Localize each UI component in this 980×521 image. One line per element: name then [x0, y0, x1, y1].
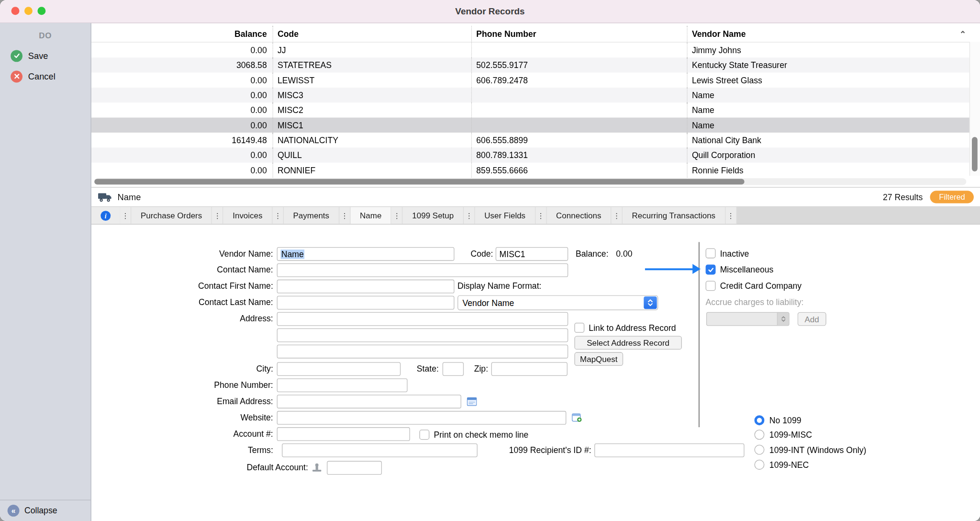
account-number-label: Account #:: [123, 427, 273, 441]
code-input[interactable]: [496, 247, 568, 261]
table-row[interactable]: 0.00 LEWISST 606.789.2478 Lewis Street G…: [91, 73, 970, 88]
save-label: Save: [28, 51, 48, 61]
credit-card-company-label: Credit Card Company: [720, 281, 802, 291]
city-input[interactable]: [277, 362, 401, 376]
table-row[interactable]: 0.00 JJ Jimmy Johns: [91, 43, 970, 57]
zoom-button[interactable]: [37, 7, 45, 15]
tab-name[interactable]: Name: [350, 207, 391, 224]
radio-unselected-icon: [754, 445, 764, 455]
display-name-format-dropdown[interactable]: Vendor Name: [457, 295, 658, 310]
table-row[interactable]: 0.00 RONNIEF 859.555.6666 Ronnie Fields: [91, 163, 970, 178]
table-row[interactable]: 16149.48 NATIONALCITY 606.555.8899 Natio…: [91, 133, 970, 147]
cell-phone: [471, 102, 687, 117]
vendor-name-input[interactable]: Name: [277, 247, 455, 261]
tab-menu-icon[interactable]: [725, 207, 737, 224]
inactive-label: Inactive: [720, 249, 749, 258]
tab-menu-icon[interactable]: [464, 207, 475, 224]
phone-number-input[interactable]: [277, 378, 408, 392]
tab-menu-icon[interactable]: [272, 207, 284, 224]
link-address-record-checkbox[interactable]: Link to Address Record: [574, 322, 676, 334]
tab-menu-icon[interactable]: [391, 207, 403, 224]
cancel-button[interactable]: Cancel: [11, 69, 90, 83]
table-row-selected[interactable]: 0.00 MISC1 Name: [91, 118, 970, 133]
compose-email-icon[interactable]: [466, 396, 478, 408]
display-name-format-label: Display Name Format:: [457, 280, 541, 294]
column-header-phone[interactable]: Phone Number: [471, 26, 687, 42]
zip-input[interactable]: [491, 362, 568, 376]
account-number-input[interactable]: [277, 427, 410, 441]
radio-1099-int[interactable]: 1099-INT (Windows Only): [754, 445, 866, 455]
sort-ascending-icon[interactable]: ⌃: [959, 29, 966, 39]
horizontal-scrollbar[interactable]: [94, 178, 966, 185]
minimize-button[interactable]: [24, 7, 33, 15]
select-address-record-button[interactable]: Select Address Record: [574, 336, 682, 350]
cell-balance: 0.00: [91, 147, 273, 162]
address-line3-input[interactable]: [277, 345, 568, 359]
contact-last-name-input[interactable]: [277, 296, 455, 310]
table-row[interactable]: 0.00 MISC2 Name: [91, 102, 970, 117]
phone-number-label: Phone Number:: [123, 378, 273, 392]
tab-connections[interactable]: Connections: [547, 207, 612, 224]
tab-payments[interactable]: Payments: [284, 207, 339, 224]
cell-phone: 800.789.1331: [471, 147, 687, 162]
city-label: City:: [123, 362, 273, 376]
close-button[interactable]: [11, 7, 20, 15]
add-liability-button[interactable]: Add: [798, 312, 826, 326]
vertical-scrollbar-thumb[interactable]: [972, 137, 978, 171]
radio-no-1099[interactable]: No 1099: [754, 415, 801, 425]
cell-vendor: Ronnie Fields: [687, 163, 970, 178]
cell-phone: [471, 43, 687, 57]
print-check-memo-checkbox[interactable]: Print on check memo line: [419, 429, 528, 441]
account-stamp-icon[interactable]: [311, 462, 323, 474]
address-line1-input[interactable]: [277, 312, 568, 326]
contact-name-input[interactable]: [277, 263, 568, 277]
tab-menu-icon[interactable]: [611, 207, 623, 224]
column-header-vendor[interactable]: Vendor Name ⌃: [687, 26, 970, 42]
address-line2-input[interactable]: [277, 328, 568, 342]
code-label: Code:: [465, 247, 493, 261]
radio-1099-nec[interactable]: 1099-NEC: [754, 460, 809, 470]
table-row[interactable]: 0.00 MISC3 Name: [91, 88, 970, 102]
tab-invoices[interactable]: Invoices: [223, 207, 273, 224]
credit-card-company-checkbox[interactable]: Credit Card Company: [706, 280, 802, 292]
default-account-input[interactable]: [327, 461, 382, 475]
save-button[interactable]: Save: [11, 49, 90, 63]
inactive-checkbox[interactable]: Inactive: [706, 248, 749, 259]
tab-purchase-orders[interactable]: Purchase Orders: [131, 207, 212, 224]
email-address-input[interactable]: [277, 395, 461, 408]
tab-menu-icon[interactable]: [212, 207, 223, 224]
mapquest-button[interactable]: MapQuest: [574, 352, 623, 366]
tab-menu-icon[interactable]: [339, 207, 351, 224]
liability-account-dropdown[interactable]: [706, 312, 790, 326]
annotation-arrow-head: [692, 264, 701, 274]
tab-menu-icon[interactable]: [535, 207, 547, 224]
tab-menu-icon[interactable]: [120, 207, 132, 224]
recipient-id-input[interactable]: [594, 443, 744, 457]
radio-1099-misc[interactable]: 1099-MISC: [754, 430, 812, 440]
collapse-button[interactable]: « Collapse: [0, 500, 90, 521]
link-address-record-label: Link to Address Record: [589, 323, 676, 333]
open-website-icon[interactable]: [571, 412, 583, 424]
vendor-detail-form: Vendor Name: Name Code: Balance: 0.00 Co…: [91, 225, 980, 521]
website-input[interactable]: [277, 411, 567, 425]
filtered-badge[interactable]: Filtered: [930, 191, 974, 203]
tab-1099-setup[interactable]: 1099 Setup: [403, 207, 464, 224]
column-header-code[interactable]: Code: [272, 26, 471, 42]
cell-vendor: National City Bank: [687, 133, 970, 147]
dropdown-chevrons-icon: [777, 313, 789, 325]
contact-first-name-input[interactable]: [277, 280, 455, 294]
state-input[interactable]: [443, 362, 464, 376]
column-header-balance[interactable]: Balance: [91, 26, 273, 42]
table-row[interactable]: 0.00 QUILL 800.789.1331 Quill Corporatio…: [91, 147, 970, 162]
vertical-scrollbar[interactable]: [969, 42, 980, 176]
cell-phone: [471, 88, 687, 102]
horizontal-scrollbar-thumb[interactable]: [94, 179, 744, 185]
dropdown-chevrons-icon: [644, 296, 657, 309]
info-button[interactable]: i: [91, 207, 120, 224]
sidebar: DO Save Cancel « Collapse: [0, 23, 91, 521]
tab-recurring-transactions[interactable]: Recurring Transactions: [623, 207, 725, 224]
tab-user-fields[interactable]: User Fields: [475, 207, 535, 224]
cancel-label: Cancel: [28, 71, 56, 81]
table-row[interactable]: 3068.58 STATETREAS 502.555.9177 Kentucky…: [91, 57, 970, 72]
miscellaneous-checkbox[interactable]: Miscellaneous: [706, 264, 774, 275]
